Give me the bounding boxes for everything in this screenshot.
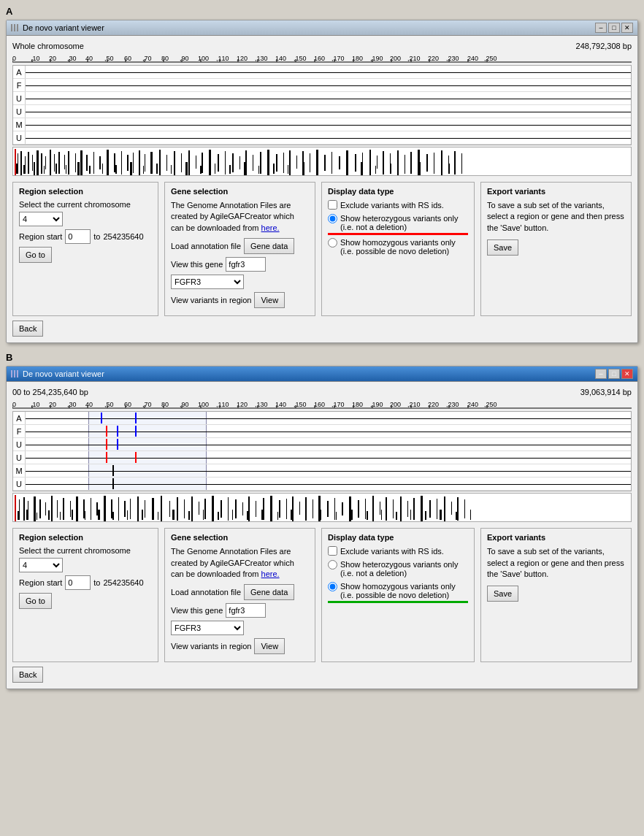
svg-text:40: 40: [85, 55, 93, 62]
svg-rect-300: [350, 510, 353, 520]
svg-text:,50: ,50: [104, 55, 114, 62]
svg-rect-291: [218, 512, 219, 520]
maximize-btn-a[interactable]: □: [608, 23, 620, 33]
svg-rect-57: [28, 152, 29, 174]
svg-rect-266: [400, 496, 402, 521]
view-button-a[interactable]: View: [254, 292, 285, 308]
svg-rect-61: [45, 156, 46, 169]
homo-row-b: Show homozygous variants only (i.e. poss…: [328, 582, 468, 599]
svg-rect-98: [289, 150, 291, 175]
minimize-btn-b[interactable]: –: [595, 369, 607, 379]
back-button-b[interactable]: Back: [12, 667, 43, 683]
svg-text:80: 80: [161, 401, 169, 408]
gene-input-a[interactable]: [226, 257, 266, 272]
svg-rect-210: [15, 495, 16, 521]
close-btn-b[interactable]: ✕: [621, 369, 633, 379]
svg-text:40: 40: [85, 401, 93, 408]
track-label-b-2: U: [13, 440, 25, 449]
svg-rect-76: [133, 153, 134, 173]
svg-rect-128: [66, 165, 66, 174]
goto-button-b[interactable]: Go to: [19, 593, 52, 609]
region-start-input-b[interactable]: [65, 575, 91, 590]
save-button-a[interactable]: Save: [487, 239, 518, 256]
gene-data-button-a[interactable]: Gene data: [244, 238, 294, 254]
svg-text:,90: ,90: [180, 401, 189, 408]
svg-rect-111: [383, 151, 384, 175]
svg-text:0: 0: [12, 55, 16, 62]
svg-rect-229: [130, 499, 131, 519]
hetero-text-b: Show heterozygous variants only (i.e. no…: [340, 560, 458, 578]
svg-rect-257: [334, 498, 335, 520]
gene-desc-link-b[interactable]: here.: [261, 570, 280, 578]
svg-rect-245: [248, 496, 250, 521]
minimize-btn-a[interactable]: –: [595, 23, 607, 33]
title-grip-a: [11, 24, 20, 31]
gene-selection-b: Gene selection The Genome Annotation Fil…: [164, 528, 315, 662]
hetero-label-a: Show heterozygous variants only: [340, 214, 458, 223]
svg-rect-150: [375, 166, 376, 174]
svg-rect-230: [137, 496, 139, 521]
chromosome-row-a: Select the current chromosome: [19, 200, 152, 209]
gene-input-b[interactable]: [226, 603, 266, 618]
svg-rect-135: [156, 164, 158, 174]
track-content-a-3: [25, 105, 631, 118]
svg-rect-133: [130, 162, 132, 175]
maximize-btn-b[interactable]: □: [608, 369, 620, 379]
back-button-a[interactable]: Back: [12, 321, 43, 337]
svg-rect-73: [114, 153, 115, 172]
hetero-radio-a[interactable]: [328, 214, 337, 223]
svg-rect-155: [448, 164, 450, 174]
title-buttons-b: – □ ✕: [595, 369, 633, 379]
gene-dropdown-row-b: FGFR3: [171, 621, 309, 635]
region-start-input-a[interactable]: [65, 229, 91, 244]
hetero-label-b: Show heterozygous variants only: [340, 560, 458, 569]
svg-rect-301: [367, 511, 368, 520]
svg-rect-268: [413, 498, 415, 520]
track-content-b-2: [25, 438, 631, 450]
goto-button-a[interactable]: Go to: [19, 247, 52, 263]
hetero-text-a: Show heterozygous variants only (i.e. no…: [340, 214, 458, 231]
save-button-b[interactable]: Save: [487, 586, 518, 602]
close-btn-a[interactable]: ✕: [621, 23, 633, 33]
svg-rect-214: [34, 496, 36, 521]
svg-rect-58: [32, 155, 33, 171]
svg-rect-55: [20, 151, 22, 175]
svg-rect-251: [292, 496, 294, 521]
svg-rect-305: [425, 511, 426, 520]
chromosome-select-a[interactable]: 4: [19, 212, 63, 226]
svg-text:,70: ,70: [142, 401, 152, 408]
svg-rect-277: [26, 510, 28, 520]
svg-rect-72: [107, 150, 109, 175]
svg-rect-273: [451, 502, 452, 515]
variant-blue2-b-1: [135, 426, 137, 437]
svg-text:240: 240: [467, 401, 478, 408]
chromosome-label-a: Select the current chromosome: [19, 200, 131, 209]
svg-text:,250: ,250: [484, 401, 497, 408]
chromosome-select-b[interactable]: 4: [19, 558, 63, 572]
gene-selection-a: Gene selection The Genome Annotation Fil…: [164, 182, 315, 316]
gene-data-button-b[interactable]: Gene data: [244, 584, 294, 600]
gene-dropdown-b[interactable]: FGFR3: [171, 621, 244, 635]
exclude-checkbox-b[interactable]: [328, 546, 337, 556]
svg-rect-126: [44, 166, 45, 174]
svg-rect-145: [302, 162, 304, 175]
track-label-b-3: U: [13, 453, 25, 462]
svg-rect-224: [96, 502, 98, 515]
svg-rect-272: [444, 496, 445, 521]
svg-rect-91: [239, 156, 240, 169]
view-button-b[interactable]: View: [254, 638, 285, 654]
svg-rect-237: [191, 496, 193, 521]
svg-text:,30: ,30: [67, 401, 77, 408]
homo-radio-a[interactable]: [328, 238, 337, 248]
svg-rect-63: [54, 154, 55, 172]
track-label-a-4: M: [13, 120, 25, 129]
svg-text:80: 80: [161, 55, 169, 62]
svg-rect-117: [426, 154, 428, 172]
homo-radio-b[interactable]: [328, 582, 337, 591]
hetero-radio-b[interactable]: [328, 560, 337, 570]
gene-desc-link-a[interactable]: here.: [261, 223, 280, 232]
svg-rect-134: [143, 166, 144, 174]
svg-rect-87: [209, 150, 211, 175]
exclude-checkbox-a[interactable]: [328, 200, 337, 210]
gene-dropdown-a[interactable]: FGFR3: [171, 275, 244, 289]
